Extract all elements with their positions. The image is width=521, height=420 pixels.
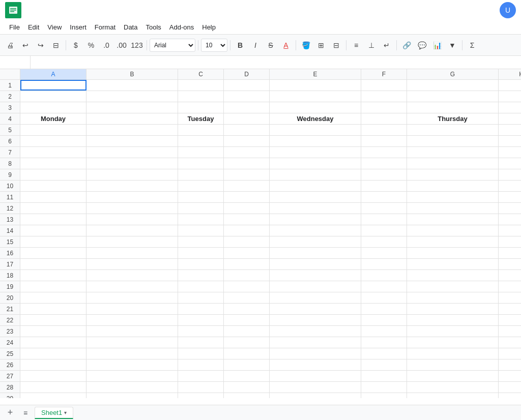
row-number[interactable]: 7 [0, 147, 20, 158]
table-cell[interactable] [224, 203, 270, 214]
table-cell[interactable] [20, 236, 86, 247]
table-cell[interactable] [407, 348, 499, 359]
table-cell[interactable] [86, 192, 178, 202]
table-cell[interactable] [178, 158, 224, 169]
table-cell[interactable] [361, 337, 407, 348]
table-cell[interactable] [361, 181, 407, 191]
table-cell[interactable] [499, 348, 521, 359]
table-cell[interactable] [224, 337, 270, 348]
table-cell[interactable] [86, 393, 178, 398]
table-cell[interactable] [224, 304, 270, 314]
table-cell[interactable] [86, 348, 178, 359]
increase-decimals-button[interactable]: .00 [114, 38, 129, 52]
table-cell[interactable] [178, 393, 224, 398]
col-header-c[interactable]: C [178, 69, 224, 79]
borders-button[interactable]: ⊞ [314, 38, 328, 52]
table-cell[interactable] [178, 292, 224, 303]
menu-item-help[interactable]: Help [198, 21, 220, 33]
table-cell[interactable]: Wednesday [270, 113, 361, 124]
table-cell[interactable] [270, 337, 361, 348]
table-cell[interactable] [86, 382, 178, 393]
table-cell[interactable] [499, 113, 521, 124]
table-cell[interactable] [270, 214, 361, 225]
table-cell[interactable] [270, 292, 361, 303]
row-number[interactable]: 9 [0, 169, 20, 180]
table-cell[interactable] [270, 181, 361, 191]
col-header-d[interactable]: D [224, 69, 270, 79]
table-cell[interactable] [178, 147, 224, 158]
table-cell[interactable] [20, 214, 86, 225]
row-number[interactable]: 16 [0, 248, 20, 258]
table-cell[interactable] [20, 192, 86, 202]
table-cell[interactable] [178, 348, 224, 359]
table-cell[interactable] [178, 248, 224, 258]
table-cell[interactable]: Monday [20, 113, 86, 124]
table-cell[interactable] [224, 393, 270, 398]
table-cell[interactable] [270, 203, 361, 214]
table-cell[interactable] [20, 259, 86, 269]
row-number[interactable]: 11 [0, 192, 20, 202]
table-cell[interactable] [361, 259, 407, 269]
valign-button[interactable]: ⊥ [364, 38, 379, 52]
table-cell[interactable] [361, 382, 407, 393]
table-cell[interactable] [361, 348, 407, 359]
row-number[interactable]: 27 [0, 371, 20, 381]
row-number[interactable]: 1 [0, 80, 20, 91]
table-cell[interactable] [361, 359, 407, 370]
table-cell[interactable] [86, 203, 178, 214]
row-number[interactable]: 21 [0, 304, 20, 314]
col-header-h[interactable]: H [499, 69, 521, 79]
table-cell[interactable] [86, 102, 178, 113]
table-cell[interactable] [361, 304, 407, 314]
italic-button[interactable]: I [248, 38, 263, 52]
row-number[interactable]: 26 [0, 359, 20, 370]
table-cell[interactable] [178, 236, 224, 247]
table-cell[interactable] [20, 91, 86, 102]
table-cell[interactable] [361, 270, 407, 281]
table-cell[interactable] [499, 158, 521, 169]
table-cell[interactable] [86, 315, 178, 325]
table-cell[interactable] [361, 102, 407, 113]
row-number[interactable]: 8 [0, 158, 20, 169]
table-cell[interactable] [20, 359, 86, 370]
table-cell[interactable] [361, 113, 407, 124]
table-cell[interactable] [499, 80, 521, 91]
functions-button[interactable]: Σ [465, 38, 479, 52]
row-number[interactable]: 28 [0, 382, 20, 393]
table-cell[interactable] [86, 169, 178, 180]
menu-item-insert[interactable]: Insert [66, 21, 91, 33]
table-cell[interactable] [270, 225, 361, 236]
table-cell[interactable] [499, 203, 521, 214]
row-number[interactable]: 3 [0, 102, 20, 113]
table-cell[interactable] [499, 125, 521, 135]
table-cell[interactable] [361, 371, 407, 381]
table-cell[interactable] [86, 147, 178, 158]
row-number[interactable]: 23 [0, 326, 20, 337]
paint-format-button[interactable]: ⊟ [49, 38, 63, 52]
table-cell[interactable] [178, 270, 224, 281]
table-cell[interactable] [86, 248, 178, 258]
chart-button[interactable]: 📊 [430, 38, 444, 52]
table-cell[interactable] [86, 371, 178, 381]
table-cell[interactable] [407, 236, 499, 247]
table-cell[interactable] [86, 181, 178, 191]
table-cell[interactable] [224, 281, 270, 292]
table-cell[interactable] [407, 248, 499, 258]
table-cell[interactable] [224, 382, 270, 393]
table-cell[interactable] [20, 181, 86, 191]
table-cell[interactable] [20, 371, 86, 381]
table-cell[interactable] [499, 169, 521, 180]
table-cell[interactable] [20, 147, 86, 158]
table-cell[interactable] [178, 169, 224, 180]
table-cell[interactable] [361, 248, 407, 258]
table-cell[interactable] [20, 337, 86, 348]
table-cell[interactable] [224, 136, 270, 146]
table-cell[interactable] [178, 337, 224, 348]
link-button[interactable]: 🔗 [399, 38, 414, 52]
table-cell[interactable] [361, 225, 407, 236]
table-cell[interactable] [499, 102, 521, 113]
table-cell[interactable] [499, 382, 521, 393]
table-cell[interactable] [270, 192, 361, 202]
table-cell[interactable] [270, 326, 361, 337]
table-cell[interactable] [270, 236, 361, 247]
